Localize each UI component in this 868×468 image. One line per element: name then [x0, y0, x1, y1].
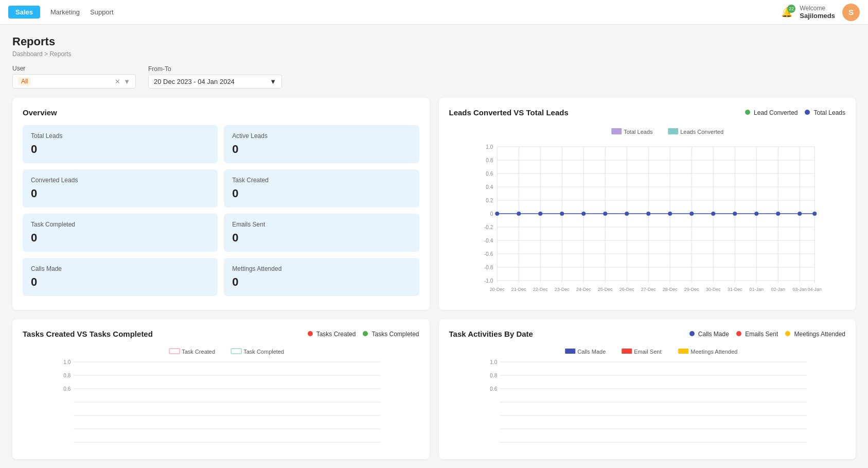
welcome-label: Welcome [800, 5, 835, 12]
calls-made-dot [689, 331, 695, 336]
svg-text:04-Jan: 04-Jan [807, 287, 822, 292]
nav-support-link[interactable]: Support [90, 8, 114, 16]
meetings-attended-dot [785, 331, 790, 336]
activities-legend-row: Calls Made Emails Sent Meetings Attended [689, 331, 846, 338]
breadcrumb-sep: > [44, 50, 49, 58]
svg-point-48 [603, 212, 607, 216]
svg-text:30-Dec: 30-Dec [705, 287, 721, 292]
clear-icon[interactable]: ✕ [115, 78, 120, 85]
svg-text:-0.4: -0.4 [484, 238, 493, 244]
stat-value: 0 [31, 187, 209, 200]
leads-chart-svg: Total Leads Leads Converted 1.0 0.8 0.6 … [449, 123, 846, 298]
username: Sajilomeds [800, 12, 835, 20]
meetings-attended-label: Meetings Attended [794, 331, 845, 338]
svg-text:1.0: 1.0 [63, 359, 70, 365]
breadcrumb-current: Reports [49, 50, 71, 58]
svg-rect-93 [678, 349, 688, 354]
svg-point-50 [646, 212, 650, 216]
activities-chart-container: Calls Made Email Sent Meetings Attended … [449, 344, 846, 449]
user-filter-select[interactable]: All ✕ ▼ [12, 74, 136, 89]
svg-text:29-Dec: 29-Dec [684, 287, 699, 292]
svg-text:Task Created: Task Created [182, 349, 215, 355]
overview-grid: Total Leads 0 Active Leads 0 Converted L… [23, 125, 419, 296]
user-filter-tag: All [18, 77, 31, 85]
stat-value: 0 [31, 231, 209, 245]
user-filter-group: User All ✕ ▼ [12, 65, 136, 89]
date-filter-label: From-To [148, 65, 282, 73]
svg-text:Email Sent: Email Sent [634, 349, 661, 355]
notification-bell[interactable]: 🔔 22 [781, 7, 792, 18]
svg-point-49 [625, 212, 629, 216]
stat-value: 0 [232, 187, 411, 200]
stat-label: Emails Sent [232, 221, 411, 228]
overview-card: Overview Total Leads 0 Active Leads 0 Co… [12, 98, 430, 310]
svg-point-58 [812, 212, 817, 216]
overview-title: Overview [23, 108, 419, 117]
leads-legend-row: Lead Converted Total Leads [745, 109, 845, 116]
nav-sales-button[interactable]: Sales [8, 6, 40, 19]
svg-text:24-Dec: 24-Dec [576, 287, 591, 292]
user-filter-label: User [12, 65, 136, 72]
activities-legend3: Meetings Attended [785, 331, 845, 338]
stat-label: Active Leads [232, 132, 411, 140]
svg-text:31-Dec: 31-Dec [727, 287, 742, 292]
navbar: Sales Marketing Support 🔔 22 Welcome Saj… [0, 0, 868, 25]
svg-point-43 [495, 212, 499, 216]
stat-box: Task Completed 0 [23, 214, 218, 252]
svg-text:0.6: 0.6 [63, 386, 70, 392]
stat-box: Total Leads 0 [23, 125, 218, 163]
svg-text:0.4: 0.4 [486, 184, 493, 190]
svg-text:27-Dec: 27-Dec [641, 287, 656, 292]
welcome-area: Welcome Sajilomeds [800, 5, 835, 20]
breadcrumb-home[interactable]: Dashboard [12, 50, 43, 58]
tasks-legend1: Tasks Created [308, 331, 356, 338]
stat-value: 0 [31, 143, 209, 156]
breadcrumb: Dashboard > Reports [12, 50, 856, 58]
svg-rect-89 [565, 349, 575, 354]
stat-value: 0 [232, 143, 411, 156]
stat-box: Mettings Attended 0 [224, 258, 419, 296]
calls-made-label: Calls Made [698, 331, 729, 338]
nav-marketing-link[interactable]: Marketing [50, 8, 80, 16]
stat-box: Active Leads 0 [224, 125, 419, 163]
leads-chart-title: Leads Converted VS Total Leads [449, 108, 569, 117]
total-leads-dot [805, 110, 810, 115]
activities-chart-header: Task Activities By Date Calls Made Email… [449, 330, 846, 338]
leads-chart-container: Total Leads Leads Converted 1.0 0.8 0.6 … [449, 123, 846, 300]
stat-value: 0 [232, 275, 411, 289]
svg-text:03-Jan: 03-Jan [792, 287, 807, 292]
svg-point-56 [776, 212, 780, 216]
svg-text:-0.2: -0.2 [484, 224, 493, 230]
svg-rect-91 [622, 349, 632, 354]
svg-point-52 [689, 212, 694, 216]
tasks-created-label: Tasks Created [316, 331, 356, 338]
date-filter-group: From-To 20 Dec 2023 - 04 Jan 2024 ▼ [148, 65, 282, 89]
avatar[interactable]: S [842, 4, 860, 21]
stat-value: 0 [31, 275, 209, 289]
nav-right: 🔔 22 Welcome Sajilomeds S [781, 4, 860, 21]
lead-converted-label: Lead Converted [754, 109, 798, 116]
svg-text:Task Completed: Task Completed [243, 349, 284, 355]
tasks-chart-title: Tasks Created VS Tasks Completed [23, 330, 153, 338]
svg-text:0: 0 [490, 211, 493, 217]
stat-box: Task Created 0 [224, 169, 419, 207]
stat-label: Converted Leads [31, 177, 209, 184]
tasks-chart-card: Tasks Created VS Tasks Completed Tasks C… [12, 319, 430, 459]
svg-text:Total Leads: Total Leads [624, 129, 653, 135]
svg-text:1.0: 1.0 [486, 144, 493, 150]
svg-text:0.8: 0.8 [486, 158, 493, 163]
date-filter-select[interactable]: 20 Dec 2023 - 04 Jan 2024 ▼ [148, 75, 282, 89]
svg-text:26-Dec: 26-Dec [619, 287, 634, 292]
svg-text:Leads Converted: Leads Converted [680, 129, 723, 135]
svg-text:-0.8: -0.8 [484, 265, 493, 270]
tasks-created-dot [308, 331, 313, 336]
svg-text:0.8: 0.8 [63, 373, 70, 378]
stat-box: Calls Made 0 [23, 258, 218, 296]
tasks-completed-label: Tasks Completed [371, 331, 419, 338]
chevron-down-icon[interactable]: ▼ [123, 78, 130, 85]
svg-text:02-Jan: 02-Jan [771, 287, 785, 292]
tasks-completed-dot [363, 331, 368, 336]
leads-chart-card: Leads Converted VS Total Leads Lead Conv… [439, 98, 856, 310]
svg-rect-75 [169, 349, 180, 354]
svg-point-47 [581, 212, 586, 216]
